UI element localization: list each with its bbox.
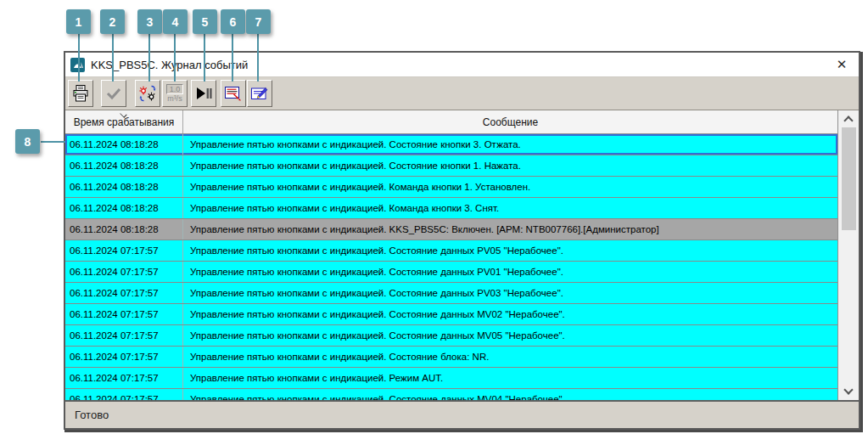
row-message: Управление пятью кнопками с индикацией. … [183,219,837,240]
event-log-window: KKS_PBS5C. Журнал событий ✕ [64,51,860,430]
row-time: 06.11.2024 07:17:57 [65,347,183,367]
toolbar: 1.0 m³/s [65,77,859,110]
edit-button[interactable] [247,80,272,107]
callout-line-5 [204,34,205,82]
scroll-down-button[interactable] [838,383,859,400]
table-row[interactable]: 06.11.2024 07:17:57 Управление пятью кно… [65,347,837,368]
table-row[interactable]: 06.11.2024 08:18:28 Управление пятью кно… [65,134,837,155]
callout-badge-2: 2 [100,9,125,34]
column-header-message[interactable]: Сообщение [183,110,837,133]
report-icon [225,87,242,101]
scroll-down-icon [843,385,853,394]
row-time: 06.11.2024 07:17:57 [65,240,183,261]
row-time: 06.11.2024 08:18:28 [65,134,183,155]
row-message: Управление пятью кнопками с индикацией. … [183,240,837,261]
callout-line-4 [174,34,176,82]
row-message: Управление пятью кнопками с индикацией. … [183,347,837,367]
row-time: 06.11.2024 07:17:57 [65,368,183,388]
row-message: Управление пятью кнопками с индикацией. … [183,368,837,388]
table-body: 06.11.2024 08:18:28 Управление пятью кно… [65,134,837,400]
table-header: Время срабатывания Сообщение [65,110,837,134]
table-row[interactable]: 06.11.2024 07:17:57 Управление пятью кно… [65,240,837,262]
row-time: 06.11.2024 07:17:57 [65,283,183,303]
callout-line-2 [112,34,114,82]
report-button[interactable] [221,80,246,107]
callout-line-8 [41,141,65,143]
print-button[interactable] [68,80,93,107]
callout-badge-4: 4 [163,9,188,34]
callout-badge-3: 3 [137,9,162,34]
row-time: 06.11.2024 07:17:57 [65,304,183,324]
callout-badge-6: 6 [221,9,245,34]
flow-value: 1.0 [166,84,184,94]
window-title: KKS_PBS5C. Журнал событий [91,59,248,71]
row-message: Управление пятью кнопками с индикацией. … [183,262,837,282]
play-pause-button[interactable] [191,80,216,107]
table-row[interactable]: 06.11.2024 07:17:57 Управление пятью кно… [65,262,837,283]
callout-line-6 [232,34,233,82]
close-icon[interactable]: ✕ [833,56,850,73]
printer-icon [72,85,89,102]
callout-badge-8: 8 [15,129,40,154]
callout-line-3 [148,34,150,82]
row-time: 06.11.2024 07:17:57 [65,262,183,282]
callout-badge-5: 5 [193,9,217,34]
table-row[interactable]: 06.11.2024 07:17:57 Управление пятью кно… [65,304,837,325]
row-message: Управление пятью кнопками с индикацией. … [183,389,837,400]
flow-units-button[interactable]: 1.0 m³/s [162,80,188,107]
flow-unit: m³/s [167,94,182,104]
table-row[interactable]: 06.11.2024 07:17:57 Управление пятью кно… [65,325,837,347]
scrollbar-track[interactable] [838,230,859,383]
row-time: 06.11.2024 08:18:28 [65,155,183,176]
callout-badge-7: 7 [246,9,271,34]
status-text: Готово [75,409,109,421]
alarm-toggle-button[interactable] [135,80,160,107]
callout-line-1 [78,34,80,82]
table-row[interactable]: 06.11.2024 07:17:57 Управление пятью кно… [65,389,837,400]
table-row[interactable]: 06.11.2024 08:18:28 Управление пятью кно… [65,177,837,198]
table-row[interactable]: 06.11.2024 07:17:57 Управление пятью кно… [65,368,837,389]
title-bar: KKS_PBS5C. Журнал событий ✕ [65,53,859,77]
callout-badge-1: 1 [66,9,91,34]
row-time: 06.11.2024 08:18:28 [65,219,183,240]
callout-line-7 [257,34,259,82]
row-message: Управление пятью кнопками с индикацией. … [183,304,837,324]
scroll-up-icon [843,116,853,125]
column-header-message-label: Сообщение [483,116,538,128]
row-message: Управление пятью кнопками с индикацией. … [183,283,837,303]
event-table: Время срабатывания Сообщение 06.11.2024 … [65,110,837,400]
row-time: 06.11.2024 07:17:57 [65,389,183,400]
table-row[interactable]: 06.11.2024 08:18:28 Управление пятью кно… [65,219,837,240]
row-message: Управление пятью кнопками с индикацией. … [183,134,837,155]
table-row[interactable]: 06.11.2024 07:17:57 Управление пятью кно… [65,283,837,304]
row-time: 06.11.2024 07:17:57 [65,325,183,346]
column-header-time[interactable]: Время срабатывания [65,110,183,133]
row-message: Управление пятью кнопками с индикацией. … [183,155,837,176]
event-log-content: Время срабатывания Сообщение 06.11.2024 … [65,110,859,400]
table-row[interactable]: 06.11.2024 08:18:28 Управление пятью кно… [65,155,837,177]
alarm-lamps-icon [138,85,157,102]
checkmark-icon [105,87,122,100]
edit-note-icon [251,87,268,101]
row-message: Управление пятью кнопками с индикацией. … [183,325,837,346]
table-row[interactable]: 06.11.2024 08:18:28 Управление пятью кно… [65,198,837,219]
row-message: Управление пятью кнопками с индикацией. … [183,177,837,197]
scrollbar-thumb[interactable] [842,127,856,230]
row-time: 06.11.2024 08:18:28 [65,198,183,218]
scroll-up-button[interactable] [838,110,859,127]
row-message: Управление пятью кнопками с индикацией. … [183,198,837,218]
vertical-scrollbar[interactable] [837,110,859,400]
row-time: 06.11.2024 08:18:28 [65,177,183,197]
flow-units-icon: 1.0 m³/s [166,84,184,104]
status-bar: Готово [65,400,859,428]
play-pause-icon [195,87,212,99]
confirm-button[interactable] [101,80,126,107]
